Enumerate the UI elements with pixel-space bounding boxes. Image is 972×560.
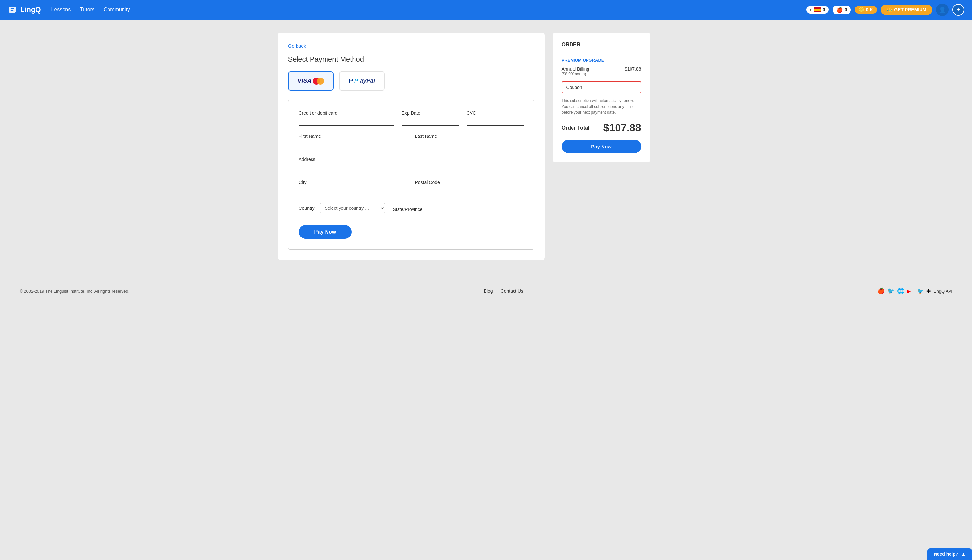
billing-label: Annual Billing (562, 67, 589, 72)
mastercard-logo (313, 78, 324, 85)
spain-flag-icon (814, 7, 821, 12)
twitter-footer-icon[interactable]: 🐦 (917, 288, 924, 294)
state-input[interactable] (428, 205, 524, 213)
order-total-amount: $107.88 (604, 122, 641, 134)
chevron-up-icon: ▲ (961, 552, 965, 557)
chevron-down-icon: ▾ (810, 8, 812, 12)
order-title: ORDER (562, 42, 641, 52)
footer-contact-link[interactable]: Contact Us (501, 288, 523, 293)
user-icon: 👤 (939, 6, 946, 13)
coupon-row: Coupon (562, 82, 641, 93)
first-name-input[interactable] (299, 141, 407, 149)
visa-logo: VISA (298, 78, 312, 84)
premium-upgrade-label: PREMIUM UPGRADE (562, 58, 641, 63)
last-name-input[interactable] (415, 141, 524, 149)
need-help-button[interactable]: Need help? ▲ (927, 548, 972, 560)
form-row-name: First Name Last Name (299, 133, 524, 149)
footer-links: Blog Contact Us (484, 288, 523, 293)
add-button[interactable]: + (952, 4, 964, 16)
nav-tutors[interactable]: Tutors (80, 7, 95, 13)
pay-now-button-order[interactable]: Pay Now (562, 140, 641, 153)
apple-icon: 🍎 (837, 7, 843, 13)
footer-api-label[interactable]: LingQ API (933, 288, 952, 293)
form-row-address: Address (299, 157, 524, 172)
cvc-label: CVC (467, 110, 524, 116)
address-label: Address (299, 157, 524, 162)
coupon-input[interactable] (585, 85, 643, 90)
cvc-input[interactable] (467, 118, 524, 126)
payment-methods: VISA P P ayPal (288, 71, 534, 90)
mc-circle-right (317, 78, 324, 85)
navbar: LingQ Lessons Tutors Community ▾ 0 🍎 0 🪙… (0, 0, 972, 20)
need-help-label: Need help? (934, 552, 958, 557)
exp-date-label: Exp Date (402, 110, 459, 116)
address-group: Address (299, 157, 524, 172)
get-premium-button[interactable]: 👑 GET PREMIUM (881, 5, 932, 15)
postal-code-group: Postal Code (415, 180, 524, 195)
main-content: Go back Select Payment Method VISA P P a… (258, 20, 714, 273)
country-select[interactable]: Select your country ... (320, 203, 385, 213)
exp-date-input[interactable] (402, 118, 459, 126)
postal-code-input[interactable] (415, 187, 524, 195)
country-group: Country Select your country ... (299, 203, 385, 213)
language-selector[interactable]: ▾ 0 (807, 6, 829, 14)
paypal-icon2: P (354, 77, 358, 85)
crown-icon: 👑 (887, 7, 892, 12)
coin-icon: 🪙 (859, 7, 864, 12)
order-panel: ORDER PREMIUM UPGRADE Annual Billing ($8… (553, 33, 650, 162)
state-label: State/Province (393, 207, 423, 212)
go-back-link[interactable]: Go back (288, 43, 306, 48)
android-footer-icon[interactable]: 🐦 (887, 287, 894, 295)
city-input[interactable] (299, 187, 407, 195)
chrome-footer-icon[interactable]: 🌐 (897, 287, 904, 295)
country-label: Country (299, 205, 315, 211)
address-input[interactable] (299, 164, 524, 172)
state-group: State/Province (393, 205, 524, 213)
last-name-label: Last Name (415, 133, 524, 139)
first-name-group: First Name (299, 133, 407, 149)
exp-date-group: Exp Date (402, 110, 459, 126)
last-name-group: Last Name (415, 133, 524, 149)
subscription-note: This subscription will automatically ren… (562, 98, 641, 115)
city-label: City (299, 180, 407, 185)
footer-icons: 🍎 🐦 🌐 ▶ f 🐦 ✚ LingQ API (877, 287, 952, 295)
form-row-country: Country Select your country ... State/Pr… (299, 203, 524, 213)
city-group: City (299, 180, 407, 195)
social-footer-icon[interactable]: ✚ (926, 288, 930, 294)
plus-icon: + (956, 6, 960, 14)
pay-now-button-main[interactable]: Pay Now (299, 225, 352, 239)
logo[interactable]: LingQ (8, 5, 41, 15)
form-row-card: Credit or debit card Exp Date CVC (299, 110, 524, 126)
avatar[interactable]: 👤 (936, 3, 949, 16)
youtube-footer-icon[interactable]: ▶ (907, 288, 911, 294)
card-number-input[interactable] (299, 118, 394, 126)
apple-footer-icon[interactable]: 🍎 (877, 287, 885, 295)
billing-info: Annual Billing ($8.99/month) (562, 67, 589, 76)
streak-count: 0 (845, 7, 847, 12)
coins-count: 0 K (866, 7, 873, 12)
first-name-label: First Name (299, 133, 407, 139)
paypal-text: ayPal (360, 78, 375, 84)
nav-lessons[interactable]: Lessons (52, 7, 71, 13)
coins-badge[interactable]: 🪙 0 K (855, 6, 877, 14)
paypal-payment-method[interactable]: P P ayPal (339, 71, 385, 90)
card-form: Credit or debit card Exp Date CVC First … (288, 100, 534, 250)
nav-links: Lessons Tutors Community (52, 7, 807, 13)
payment-panel: Go back Select Payment Method VISA P P a… (278, 33, 545, 260)
footer-blog-link[interactable]: Blog (484, 288, 493, 293)
visa-payment-method[interactable]: VISA (288, 71, 333, 90)
paypal-icon: P (348, 77, 353, 85)
card-number-label: Credit or debit card (299, 110, 394, 116)
billing-row: Annual Billing ($8.99/month) $107.88 (562, 67, 641, 76)
streak-badge[interactable]: 🍎 0 (832, 5, 851, 14)
billing-sublabel: ($8.99/month) (562, 72, 589, 76)
footer: © 2002-2019 The Linguist Institute, Inc.… (0, 280, 972, 302)
footer-copyright: © 2002-2019 The Linguist Institute, Inc.… (20, 288, 129, 293)
facebook-footer-icon[interactable]: f (914, 288, 915, 294)
nav-community[interactable]: Community (103, 7, 130, 13)
card-number-group: Credit or debit card (299, 110, 394, 126)
section-title: Select Payment Method (288, 55, 534, 63)
billing-amount: $107.88 (625, 67, 641, 72)
lang-count: 0 (823, 7, 825, 12)
order-total-row: Order Total $107.88 (562, 122, 641, 134)
